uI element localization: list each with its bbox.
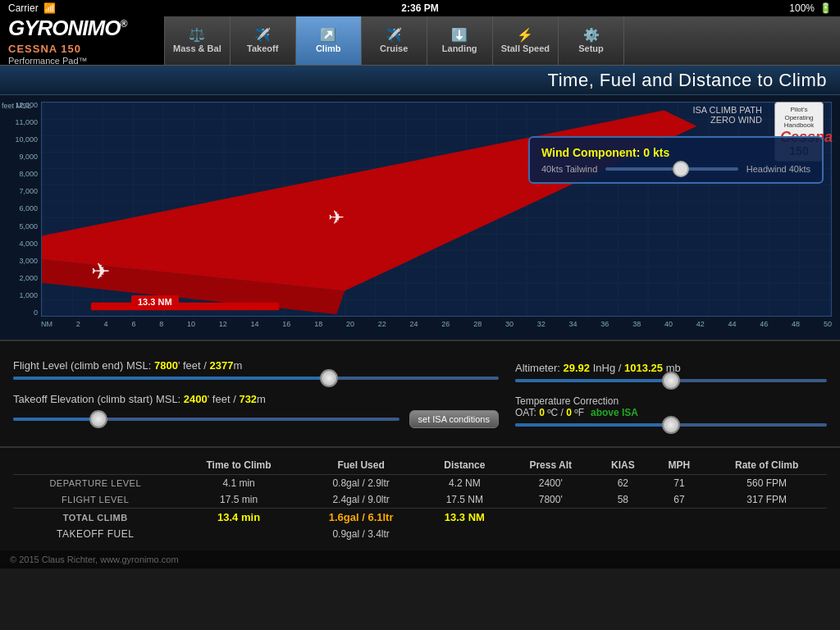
row-total-time: 13.4 min — [177, 509, 299, 527]
footer: © 2015 Claus Richter, www.gyronimo.com — [0, 550, 840, 568]
controls-left: Flight Level (climb end) MSL: 7800' feet… — [13, 351, 499, 436]
flight-level-fill — [13, 377, 329, 380]
results-table: Time to Climb Fuel Used Distance Press A… — [13, 456, 827, 542]
row-takeoff-mph — [651, 526, 706, 542]
tab-landing[interactable]: ⬇️ Landing — [427, 16, 493, 65]
copyright-text: © 2015 Claus Richter, www.gyronimo.com — [10, 555, 179, 564]
svg-text:✈: ✈ — [91, 259, 110, 284]
wind-slider[interactable] — [605, 167, 737, 171]
row-takeoff-fuel: 0.9gal / 3.4ltr — [300, 526, 422, 542]
altimeter-thumb[interactable] — [662, 372, 680, 390]
tab-cruise[interactable]: ✈️ Cruise — [362, 16, 427, 65]
altimeter-fill — [515, 379, 671, 382]
row-departure-dist: 4.2 NM — [422, 475, 508, 492]
page-title: Time, Fuel and Distance to Climb — [548, 70, 827, 91]
temp-label-header: Temperature Correction — [515, 395, 827, 407]
svg-rect-8 — [91, 303, 280, 311]
row-flight-press: 7800' — [507, 491, 594, 509]
nav-tabs: ⚖️ Mass & Bal ✈️ Takeoff ↗️ Climb ✈️ Cru… — [164, 16, 840, 65]
logo-cessna: CESSNA 150 — [8, 41, 156, 56]
table-row-takeoff: TAKEOFF FUEL 0.9gal / 3.4ltr — [13, 526, 827, 542]
col-header-time: Time to Climb — [177, 456, 299, 475]
tab-climb[interactable]: ↗️ Climb — [296, 16, 362, 65]
temperature-slider[interactable] — [515, 423, 827, 427]
chart-container[interactable]: ✈ ✈ — [41, 102, 832, 317]
col-header-kias: KIAS — [594, 456, 651, 475]
svg-text:✈: ✈ — [328, 208, 344, 228]
takeoff-elevation-label: Takeoff Elevation (climb start) MSL: 240… — [13, 393, 499, 405]
row-total-fuel: 1.6gal / 6.1ltr — [300, 509, 422, 527]
takeoff-fill — [13, 418, 98, 421]
row-flight-label: FLIGHT LEVEL — [13, 491, 177, 509]
flight-level-label: Flight Level (climb end) MSL: 7800' feet… — [13, 359, 499, 372]
status-bar: Carrier 📶 2:36 PM 100% 🔋 — [0, 0, 840, 16]
flight-level-thumb[interactable] — [320, 369, 338, 387]
row-flight-dist: 17.5 NM — [422, 491, 508, 509]
mass-bal-icon: ⚖️ — [189, 29, 205, 42]
row-takeoff-press — [507, 526, 594, 542]
nav-bar: GYRONIMO® CESSNA 150 Performance Pad™ ⚖️… — [0, 16, 840, 66]
tab-mass-bal[interactable]: ⚖️ Mass & Bal — [164, 16, 231, 65]
tab-stall-speed[interactable]: ⚡ Stall Speed — [493, 16, 559, 65]
x-axis-ticks: NM 2 4 6 8 10 12 14 16 18 20 22 24 26 28… — [41, 317, 832, 340]
set-isa-button[interactable]: set ISA conditions — [409, 410, 499, 428]
carrier-label: Carrier — [8, 2, 39, 14]
stall-speed-icon: ⚡ — [517, 29, 533, 42]
col-header-fuel: Fuel Used — [300, 456, 422, 475]
takeoff-elevation-slider[interactable] — [13, 418, 399, 421]
battery-label: 100% — [789, 2, 815, 14]
row-flight-mph: 67 — [651, 491, 706, 509]
flight-level-control: Flight Level (climb end) MSL: 7800' feet… — [13, 359, 499, 380]
cruise-icon: ✈️ — [386, 29, 402, 42]
row-flight-roc: 317 FPM — [706, 491, 827, 509]
table-row-total: TOTAL CLIMB 13.4 min 1.6gal / 6.1ltr 13.… — [13, 509, 827, 527]
page-header: Time, Fuel and Distance to Climb — [0, 66, 840, 95]
controls-area: Flight Level (climb end) MSL: 7800' feet… — [0, 341, 840, 448]
temperature-thumb[interactable] — [662, 416, 680, 434]
data-table-area: Time to Climb Fuel Used Distance Press A… — [0, 448, 840, 550]
wind-title: Wind Component: 0 kts — [541, 146, 810, 159]
col-header-roc: Rate of Climb — [706, 456, 827, 475]
climb-icon: ↗️ — [320, 29, 336, 42]
tab-takeoff[interactable]: ✈️ Takeoff — [231, 16, 296, 65]
row-departure-press: 2400' — [507, 475, 594, 492]
row-departure-roc: 560 FPM — [706, 475, 827, 492]
row-total-label: TOTAL CLIMB — [13, 509, 177, 527]
table-header-row: Time to Climb Fuel Used Distance Press A… — [13, 456, 827, 475]
controls-split: Flight Level (climb end) MSL: 7800' feet… — [13, 351, 827, 436]
chart-svg: ✈ ✈ — [42, 103, 831, 316]
row-departure-kias: 62 — [594, 475, 651, 492]
row-total-kias — [594, 509, 651, 527]
y-axis-ticks: 12,000 11,000 10,000 9,000 8,000 7,000 6… — [0, 102, 41, 317]
landing-icon: ⬇️ — [451, 29, 468, 42]
above-isa-label: above ISA — [591, 407, 638, 418]
row-takeoff-dist — [422, 526, 508, 542]
poh-title-1: Pilot's — [780, 106, 818, 114]
col-header-label — [13, 456, 177, 475]
row-departure-mph: 71 — [651, 475, 706, 492]
temperature-control: Temperature Correction OAT: 0 ºC / 0 ºF … — [515, 395, 827, 427]
row-departure-time: 4.1 min — [177, 475, 299, 492]
status-left: Carrier 📶 — [8, 2, 56, 14]
takeoff-slider-wrapper: set ISA conditions — [13, 410, 499, 428]
col-header-press-alt: Press Alt — [507, 456, 594, 475]
poh-title-2: Operating — [780, 114, 818, 122]
col-header-distance: Distance — [422, 456, 508, 475]
headwind-label: Headwind 40kts — [746, 164, 810, 174]
status-time: 2:36 PM — [401, 2, 438, 14]
flight-level-slider[interactable] — [13, 377, 499, 380]
altimeter-control: Altimeter: 29.92 InHg / 1013.25 mb — [515, 362, 827, 382]
altimeter-slider[interactable] — [515, 379, 827, 382]
wind-thumb[interactable] — [673, 161, 689, 177]
takeoff-thumb[interactable] — [89, 410, 107, 428]
row-takeoff-kias — [594, 526, 651, 542]
takeoff-icon: ✈️ — [254, 29, 271, 42]
row-total-press — [507, 509, 594, 527]
battery-icon: 🔋 — [819, 2, 832, 14]
tab-setup[interactable]: ⚙️ Setup — [559, 16, 624, 65]
chart-area: feet MSL 12,000 11,000 10,000 9,000 8,00… — [0, 95, 840, 341]
row-total-mph — [651, 509, 706, 527]
row-takeoff-label: TAKEOFF FUEL — [13, 526, 177, 542]
row-takeoff-time — [177, 526, 299, 542]
temperature-fill — [515, 423, 671, 427]
